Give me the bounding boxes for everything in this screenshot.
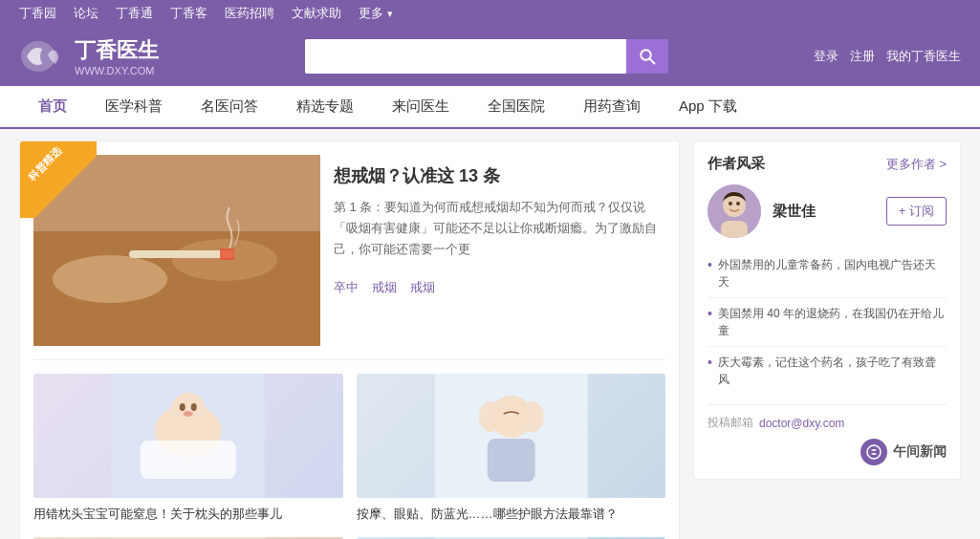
top-nav-dinxiangyuan[interactable]: 丁香园	[19, 5, 56, 22]
svg-point-11	[171, 393, 206, 427]
svg-point-38	[867, 445, 881, 459]
sidebar-title: 作者风采	[708, 155, 765, 173]
nav-hospitals[interactable]: 全国医院	[468, 86, 564, 127]
featured-desc: 第 1 条：要知道为何而戒想戒烟却不知为何而戒？仅仅说「吸烟有害健康」可能还不足…	[334, 197, 665, 260]
article-title-0[interactable]: 用错枕头宝宝可能窒息！关于枕头的那些事儿	[33, 505, 343, 524]
sidebar-more-link[interactable]: 更多作者 >	[886, 156, 947, 173]
logo-icon	[19, 37, 65, 75]
nav-medical-science[interactable]: 医学科普	[86, 86, 182, 127]
nav-drug-query[interactable]: 用药查询	[564, 86, 660, 127]
svg-point-37	[736, 202, 740, 205]
email-address[interactable]: doctor@dxy.com	[759, 417, 844, 430]
sidebar-header: 作者风采 更多作者 >	[708, 155, 947, 173]
top-nav-more[interactable]: 更多	[359, 5, 393, 22]
logo-area: 丁香医生 WWW.DXY.COM	[19, 36, 159, 76]
subscribe-button[interactable]: + 订阅	[886, 197, 947, 226]
woman-svg	[357, 374, 666, 498]
news-text-0[interactable]: 外国禁用的儿童常备药，国内电视广告还天天	[718, 256, 947, 291]
header-right: 登录 注册 我的丁香医生	[814, 48, 961, 65]
svg-rect-7	[129, 250, 234, 258]
sidebar: 作者风采 更多作者 >	[693, 140, 961, 539]
logo-text: 丁香医生 WWW.DXY.COM	[75, 36, 159, 76]
my-account-link[interactable]: 我的丁香医生	[886, 48, 961, 65]
article-image-1	[357, 374, 666, 498]
news-text-1[interactable]: 美国禁用 40 年的退烧药，在我国仍在开给儿童	[718, 305, 947, 339]
site-header: 丁香医生 WWW.DXY.COM 登录 注册 我的丁香医生	[0, 27, 980, 86]
bullet-1: •	[708, 306, 712, 321]
tag-stroke[interactable]: 卒中	[334, 279, 359, 296]
featured-title[interactable]: 想戒烟？认准这 13 条	[334, 164, 665, 187]
badge-text: 科普精选	[25, 144, 65, 184]
search-button[interactable]	[626, 39, 668, 74]
article-card-0: 用错枕头宝宝可能窒息！关于枕头的那些事儿	[33, 374, 343, 524]
noon-news: 午间新闻	[708, 439, 947, 465]
sidebar-author-box: 作者风采 更多作者 >	[693, 140, 961, 480]
noon-news-icon	[860, 439, 887, 465]
svg-point-5	[53, 255, 167, 303]
svg-point-36	[729, 202, 732, 205]
nav-app-download[interactable]: App 下载	[660, 86, 756, 127]
register-link[interactable]: 注册	[850, 48, 875, 65]
author-avatar	[708, 184, 761, 238]
logo-url: WWW.DXY.COM	[75, 65, 159, 76]
main-nav: 首页 医学科普 名医问答 精选专题 来问医生 全国医院 用药查询 App 下载	[0, 86, 980, 129]
nav-special[interactable]: 精选专题	[277, 86, 373, 127]
bullet-2: •	[708, 355, 712, 370]
article-title-1[interactable]: 按摩、眼贴、防蓝光……哪些护眼方法最靠谱？	[357, 505, 666, 524]
content-area: 科普精选 想戒烟？	[0, 129, 980, 539]
nav-home[interactable]: 首页	[19, 86, 86, 129]
logo-chinese: 丁香医生	[75, 36, 159, 65]
main-content: 科普精选 想戒烟？	[19, 140, 680, 539]
svg-rect-8	[220, 248, 234, 260]
email-label: 投稿邮箱	[708, 415, 753, 431]
top-nav-literature[interactable]: 文献求助	[292, 5, 341, 22]
top-nav-dinxiangtong[interactable]: 丁香通	[116, 5, 153, 22]
science-badge: 科普精选	[20, 141, 97, 218]
news-item-2: • 庆大霉素，记住这个药名，孩子吃了有致聋风	[708, 347, 947, 395]
svg-point-19	[478, 401, 501, 432]
nav-doctor-qa[interactable]: 名医问答	[182, 86, 277, 127]
news-item-0: • 外国禁用的儿童常备药，国内电视广告还天天	[708, 249, 947, 298]
top-nav-jobs[interactable]: 医药招聘	[225, 5, 274, 22]
nav-ask-doctor[interactable]: 来问医生	[373, 86, 468, 127]
search-area	[305, 39, 668, 74]
featured-text: 想戒烟？认准这 13 条 第 1 条：要知道为何而戒想戒烟却不知为何而戒？仅仅说…	[334, 155, 665, 346]
news-item-1: • 美国禁用 40 年的退烧药，在我国仍在开给儿童	[708, 298, 947, 347]
baby-svg	[33, 374, 343, 498]
noon-icon-svg	[865, 443, 882, 461]
featured-tags: 卒中 戒烟 戒烟	[334, 260, 665, 296]
news-list: • 外国禁用的儿童常备药，国内电视广告还天天 • 美国禁用 40 年的退烧药，在…	[708, 249, 947, 395]
article-image-0	[33, 374, 343, 498]
login-link[interactable]: 登录	[814, 48, 838, 65]
svg-rect-35	[721, 221, 748, 238]
svg-rect-15	[141, 441, 236, 479]
author-card: 梁世佳 + 订阅	[708, 184, 947, 238]
bullet-0: •	[708, 257, 712, 272]
top-nav-dinxiangke[interactable]: 丁香客	[170, 5, 207, 22]
featured-article: 想戒烟？认准这 13 条 第 1 条：要知道为何而戒想戒烟却不知为何而戒？仅仅说…	[33, 155, 665, 360]
top-nav-forum[interactable]: 论坛	[74, 5, 98, 22]
svg-point-13	[191, 403, 197, 411]
search-icon	[639, 48, 656, 65]
svg-rect-18	[487, 439, 534, 482]
author-name: 梁世佳	[773, 203, 816, 221]
top-nav-bar: 丁香园 论坛 丁香通 丁香客 医药招聘 文献求助 更多	[0, 0, 980, 27]
email-row: 投稿邮箱 doctor@dxy.com	[708, 404, 947, 431]
article-grid: 用错枕头宝宝可能窒息！关于枕头的那些事儿	[33, 374, 665, 539]
news-text-2[interactable]: 庆大霉素，记住这个药名，孩子吃了有致聋风	[718, 354, 947, 388]
svg-point-14	[184, 411, 193, 417]
noon-news-label: 午间新闻	[893, 443, 947, 461]
search-input[interactable]	[305, 39, 626, 74]
svg-point-20	[520, 401, 543, 432]
svg-point-12	[180, 403, 185, 411]
tag-quit-smoking-2[interactable]: 戒烟	[410, 279, 435, 296]
svg-line-2	[649, 59, 654, 64]
avatar-svg	[708, 184, 761, 238]
article-card-1: 按摩、眼贴、防蓝光……哪些护眼方法最靠谱？	[357, 374, 666, 524]
tag-quit-smoking-1[interactable]: 戒烟	[372, 279, 397, 296]
